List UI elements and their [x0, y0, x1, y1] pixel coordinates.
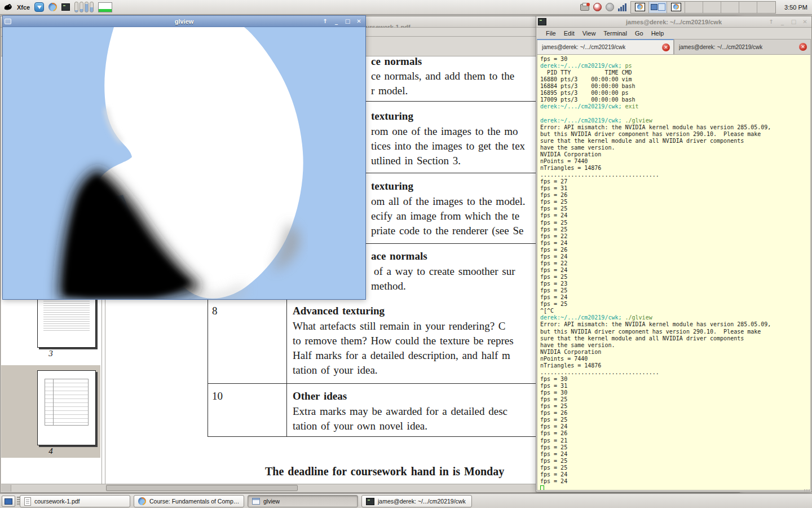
- taskbar-button-3[interactable]: glview: [248, 495, 358, 507]
- terminal-line: fps = 26: [540, 410, 810, 417]
- panel-clock: 3:50 PM: [784, 4, 807, 11]
- workspace-window-preview: [635, 3, 645, 11]
- globe-icon[interactable]: [606, 3, 614, 11]
- terminal-line: fps = 25: [540, 417, 810, 423]
- pdf-text-line: ce normals, and add them to the: [371, 70, 514, 82]
- terminal-line: fps = 24: [540, 294, 810, 301]
- terminal-line: fps = 25: [540, 226, 810, 233]
- close-button[interactable]: ✕: [800, 17, 810, 26]
- workspace-cell-2[interactable]: [649, 2, 667, 13]
- menu-help[interactable]: Help: [651, 30, 664, 37]
- terminal-line: 17009 pts/3 00:00:00 bash: [540, 97, 810, 103]
- taskbar-button-4[interactable]: james@derek: ~/.../cm20219/cwk: [361, 495, 472, 507]
- workspace-pager: [630, 1, 776, 14]
- workspace-cell-1[interactable]: [631, 2, 649, 13]
- xfce-logo-icon[interactable]: [3, 3, 12, 11]
- terminal-line: ...................................: [540, 369, 810, 376]
- terminal-line: 16884 pts/3 00:00:00 bash: [540, 83, 810, 90]
- update-notifier-icon[interactable]: [593, 3, 602, 11]
- terminal-icon: [366, 498, 374, 505]
- pdf-text-line: of a way to create smoother sur: [374, 265, 515, 278]
- terminal-line: fps = 25: [540, 205, 810, 212]
- workspace-cell-5[interactable]: [703, 2, 721, 13]
- menu-edit[interactable]: Edit: [564, 30, 575, 37]
- glview-window: glview ↑ _ □ ✕: [2, 15, 366, 300]
- terminal-line: fps = 30: [540, 389, 810, 396]
- xfce-menu-label[interactable]: Xfce: [17, 4, 30, 11]
- pdf-text-line: texturing: [371, 180, 413, 192]
- terminal-line: fps = 25: [540, 287, 810, 294]
- terminal-launcher-icon[interactable]: [61, 3, 70, 11]
- show-desktop-button[interactable]: [2, 496, 15, 507]
- shade-button[interactable]: ↑: [320, 17, 330, 25]
- close-tab-icon[interactable]: ✕: [799, 43, 807, 51]
- pdf-text-line: utlined in Section 3.: [371, 155, 461, 167]
- terminal-window: james@derek: ~/.../cm20219/cwk ↑ _ □ ✕ F…: [536, 16, 812, 492]
- tab-label: james@derek: ~/.../cm20219/cwk: [679, 44, 762, 50]
- resize-grip[interactable]: [804, 489, 811, 491]
- terminal-line: but this NVIDIA driver component has ver…: [540, 131, 810, 138]
- shade-button[interactable]: ↑: [766, 17, 776, 26]
- pdf-text-line: What artefacts still remain in your rend…: [293, 320, 506, 332]
- menu-go[interactable]: Go: [635, 30, 643, 37]
- menu-terminal[interactable]: Terminal: [603, 30, 627, 37]
- taskbar-button-label: glview: [263, 498, 280, 505]
- minimize-button[interactable]: _: [778, 17, 787, 26]
- download-manager-icon[interactable]: [34, 2, 44, 12]
- terminal-line: Error: API mismatch: the NVIDIA kernel m…: [540, 124, 810, 131]
- terminal-line: fps = 30: [540, 56, 810, 63]
- terminal-line: derek:~/.../cm20219/cwk; ./glview: [540, 117, 810, 124]
- terminal-line: fps = 26: [540, 192, 810, 199]
- pdf-text-line: ace normals: [371, 250, 427, 262]
- terminal-line: nTriangles = 14876: [540, 362, 810, 369]
- terminal-line: NVIDIA Corporation: [540, 349, 810, 356]
- terminal-content[interactable]: fps = 30derek:~/.../cm20219/cwk; ps PID …: [537, 54, 811, 491]
- terminal-line: fps = 26: [540, 430, 810, 437]
- glview-titlebar[interactable]: glview ↑ _ □ ✕: [3, 16, 365, 27]
- pdf-text-line: 10: [212, 390, 223, 402]
- terminal-tab-1[interactable]: james@derek: ~/.../cm20219/cwk✕: [537, 39, 674, 54]
- terminal-line: fps = 27: [540, 178, 810, 185]
- maximize-button[interactable]: □: [789, 17, 798, 26]
- terminal-line: fps = 25: [540, 274, 810, 281]
- system-load-meter-icon: [74, 2, 94, 12]
- panel-left: Xfce: [0, 2, 112, 12]
- terminal-titlebar[interactable]: james@derek: ~/.../cm20219/cwk ↑ _ □ ✕: [536, 16, 811, 28]
- close-button[interactable]: ✕: [354, 17, 364, 25]
- workspace-cell-8[interactable]: [757, 2, 775, 13]
- terminal-line: nPoints = 7440: [540, 356, 810, 362]
- terminal-line: Error: API mismatch: the NVIDIA kernel m…: [540, 321, 810, 328]
- firefox-launcher-icon[interactable]: [48, 3, 57, 11]
- menu-view[interactable]: View: [582, 30, 596, 37]
- firefox-icon: [673, 4, 679, 10]
- terminal-line: fps = 31: [540, 383, 810, 389]
- taskbar-button-2[interactable]: Course: Fundamentals of Comput...: [134, 495, 244, 507]
- pdf-text-line: texturing: [371, 110, 413, 122]
- workspace-cell-3[interactable]: [667, 2, 685, 13]
- terminal-line: fps = 23: [540, 281, 810, 287]
- terminal-line: 16880 pts/3 00:00:00 vim: [540, 76, 810, 83]
- maximize-button[interactable]: □: [343, 17, 352, 25]
- menu-file[interactable]: File: [546, 30, 556, 37]
- terminal-line: fps = 24: [540, 423, 810, 430]
- print-queue-icon[interactable]: [580, 4, 589, 11]
- terminal-line: nTriangles = 14876: [540, 165, 810, 172]
- workspace-cell-4[interactable]: [685, 2, 703, 13]
- workspace-window-preview: [651, 4, 657, 10]
- rendered-3d-model[interactable]: [3, 27, 365, 299]
- pdf-text-line: rom one of the images to the mo: [371, 125, 518, 138]
- close-tab-icon[interactable]: ✕: [662, 43, 670, 51]
- workspace-cell-6[interactable]: [721, 2, 739, 13]
- glview-window-title: glview: [3, 18, 365, 25]
- minimize-button[interactable]: _: [332, 17, 341, 25]
- terminal-line: derek:~/.../cm20219/cwk; exit: [540, 103, 810, 110]
- terminal-line: fps = 24: [540, 253, 810, 260]
- pdf-document-icon: [24, 497, 31, 506]
- workspace-cell-7[interactable]: [739, 2, 757, 13]
- pdf-scroll-slider[interactable]: [106, 485, 298, 491]
- taskbar: coursework-1.pdfCourse: Fundamentals of …: [0, 493, 812, 508]
- terminal-tab-2[interactable]: james@derek: ~/.../cm20219/cwk✕: [674, 39, 811, 54]
- taskbar-button-1[interactable]: coursework-1.pdf: [20, 495, 130, 507]
- pdf-text-line: 8: [212, 305, 218, 317]
- taskbar-button-label: james@derek: ~/.../cm20219/cwk: [378, 498, 466, 505]
